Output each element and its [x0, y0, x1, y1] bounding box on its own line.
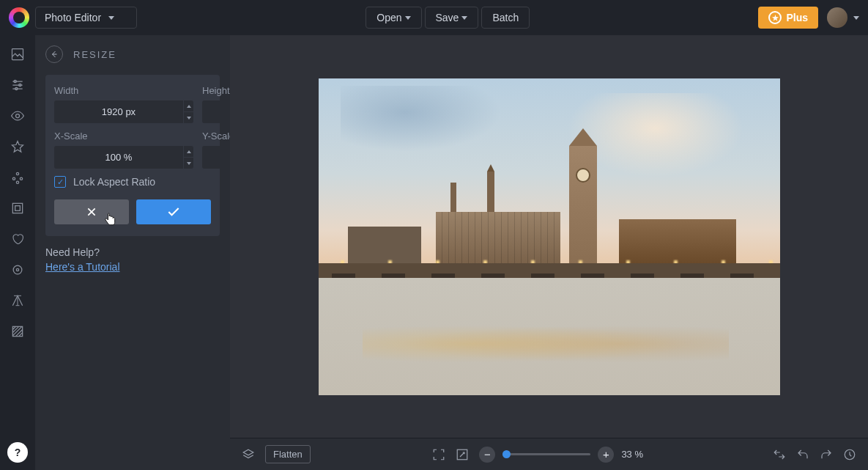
- svg-point-4: [16, 114, 20, 118]
- xscale-input[interactable]: [54, 146, 183, 169]
- sliders-icon[interactable]: [10, 78, 25, 92]
- resize-panel: RESIZE Width Height X-Scale: [35, 35, 230, 470]
- height-label: Height: [202, 85, 230, 96]
- chevron-down-icon: [108, 16, 114, 20]
- star-icon: ★: [768, 11, 782, 24]
- width-step-down[interactable]: [184, 112, 193, 123]
- xscale-step-down[interactable]: [184, 158, 193, 169]
- top-bar: Photo Editor Open Save Batch ★ Plus: [0, 0, 868, 35]
- gear-icon[interactable]: [10, 262, 25, 277]
- mode-dropdown[interactable]: Photo Editor: [35, 7, 137, 29]
- close-icon: [86, 206, 97, 218]
- panel-title: RESIZE: [73, 49, 116, 60]
- flatten-button[interactable]: Flatten: [265, 445, 311, 463]
- back-button[interactable]: [45, 45, 63, 63]
- svg-rect-10: [15, 206, 21, 211]
- svg-point-6: [12, 177, 15, 180]
- zoom-controls: − + 33 %: [479, 447, 650, 463]
- tutorial-link[interactable]: Here's a Tutorial: [45, 261, 120, 273]
- help-button[interactable]: ?: [7, 442, 28, 463]
- mode-label: Photo Editor: [45, 12, 101, 23]
- batch-button[interactable]: Batch: [481, 7, 530, 29]
- check-icon: [166, 205, 181, 219]
- lock-aspect-checkbox[interactable]: ✓: [54, 176, 66, 188]
- eye-icon[interactable]: [10, 109, 25, 123]
- svg-point-8: [16, 181, 18, 183]
- save-button[interactable]: Save: [425, 7, 479, 29]
- chevron-down-icon: [405, 16, 411, 20]
- svg-point-5: [16, 172, 18, 175]
- xscale-step-up[interactable]: [184, 146, 193, 157]
- photo-preview: [319, 78, 780, 395]
- lock-aspect-label: Lock Aspect Ratio: [73, 176, 155, 188]
- height-input[interactable]: [202, 100, 230, 123]
- yscale-input[interactable]: [202, 146, 230, 169]
- zoom-out-button[interactable]: −: [479, 447, 495, 463]
- heart-icon[interactable]: [10, 232, 25, 246]
- zoom-percent: 33 %: [621, 449, 650, 460]
- svg-point-7: [20, 177, 22, 180]
- svg-rect-0: [12, 49, 23, 60]
- plus-upgrade-button[interactable]: ★ Plus: [758, 7, 818, 29]
- dots-icon[interactable]: [10, 170, 25, 185]
- cancel-button[interactable]: [54, 199, 129, 224]
- svg-rect-9: [12, 203, 22, 213]
- layers-icon[interactable]: [242, 448, 255, 461]
- tool-rail: [0, 35, 35, 470]
- account-menu[interactable]: [827, 7, 859, 28]
- open-button[interactable]: Open: [366, 7, 421, 29]
- fit-screen-icon[interactable]: [432, 448, 445, 461]
- chevron-down-icon: [461, 16, 467, 20]
- app-logo[interactable]: [9, 7, 29, 28]
- undo-icon[interactable]: [796, 448, 809, 461]
- text-icon[interactable]: [10, 293, 25, 308]
- chevron-down-icon: [853, 16, 859, 20]
- avatar: [827, 7, 847, 28]
- star-icon[interactable]: [10, 139, 25, 154]
- apply-button[interactable]: [136, 199, 211, 224]
- image-tool-icon[interactable]: [10, 47, 25, 62]
- zoom-in-button[interactable]: +: [598, 447, 614, 463]
- xscale-label: X-Scale: [54, 131, 193, 142]
- width-input[interactable]: [54, 100, 183, 123]
- texture-icon[interactable]: [10, 324, 25, 339]
- actual-size-icon[interactable]: [456, 448, 469, 461]
- yscale-label: Y-Scale: [202, 131, 230, 142]
- help-question: Need Help?: [45, 246, 220, 258]
- bottom-bar: Flatten − + 33 %: [230, 438, 868, 470]
- history-icon[interactable]: [843, 448, 856, 461]
- frame-icon[interactable]: [10, 201, 25, 216]
- width-label: Width: [54, 85, 193, 96]
- canvas-area[interactable]: [230, 35, 868, 438]
- svg-point-12: [16, 268, 18, 271]
- zoom-slider[interactable]: [502, 453, 590, 455]
- compare-icon[interactable]: [773, 448, 786, 461]
- redo-icon[interactable]: [820, 448, 833, 461]
- svg-point-11: [13, 265, 22, 274]
- width-step-up[interactable]: [184, 100, 193, 111]
